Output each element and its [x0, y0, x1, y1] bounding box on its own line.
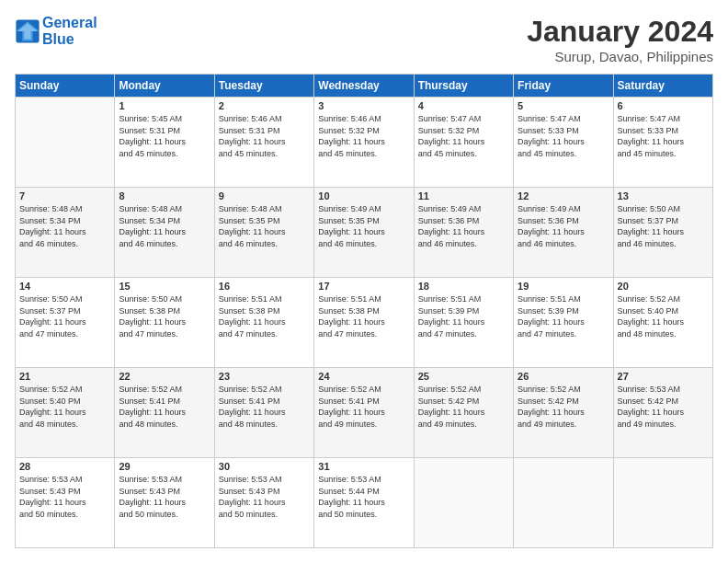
- day-number: 4: [418, 100, 509, 111]
- calendar-cell: [514, 458, 613, 548]
- cell-info: Sunrise: 5:53 AM Sunset: 5:44 PM Dayligh…: [318, 474, 409, 520]
- day-number: 24: [318, 371, 409, 382]
- calendar-cell: [613, 458, 712, 548]
- day-number: 18: [418, 281, 509, 292]
- day-number: 10: [318, 190, 409, 201]
- day-number: 25: [418, 371, 509, 382]
- calendar-cell: 31Sunrise: 5:53 AM Sunset: 5:44 PM Dayli…: [314, 458, 414, 548]
- cell-info: Sunrise: 5:49 AM Sunset: 5:36 PM Dayligh…: [518, 203, 609, 249]
- day-number: 1: [119, 100, 210, 111]
- calendar-week-row: 1Sunrise: 5:45 AM Sunset: 5:31 PM Daylig…: [16, 98, 713, 188]
- day-number: 26: [518, 371, 609, 382]
- day-number: 5: [518, 100, 609, 111]
- day-number: 19: [518, 281, 609, 292]
- calendar-cell: 14Sunrise: 5:50 AM Sunset: 5:37 PM Dayli…: [16, 278, 115, 368]
- cell-info: Sunrise: 5:47 AM Sunset: 5:33 PM Dayligh…: [618, 113, 709, 159]
- col-header-wednesday: Wednesday: [314, 75, 414, 98]
- calendar-cell: 30Sunrise: 5:53 AM Sunset: 5:43 PM Dayli…: [214, 458, 313, 548]
- day-number: 3: [318, 100, 409, 111]
- calendar-cell: 17Sunrise: 5:51 AM Sunset: 5:38 PM Dayli…: [314, 278, 414, 368]
- day-number: 7: [19, 190, 110, 201]
- calendar-cell: 23Sunrise: 5:52 AM Sunset: 5:41 PM Dayli…: [214, 368, 313, 458]
- calendar-cell: 26Sunrise: 5:52 AM Sunset: 5:42 PM Dayli…: [514, 368, 613, 458]
- cell-info: Sunrise: 5:50 AM Sunset: 5:37 PM Dayligh…: [19, 293, 110, 339]
- cell-info: Sunrise: 5:53 AM Sunset: 5:43 PM Dayligh…: [119, 474, 210, 520]
- logo-text: General Blue: [42, 15, 97, 47]
- day-number: 27: [618, 371, 709, 382]
- logo: General Blue: [15, 15, 97, 47]
- cell-info: Sunrise: 5:52 AM Sunset: 5:40 PM Dayligh…: [19, 384, 110, 430]
- day-number: 6: [618, 100, 709, 111]
- day-number: 8: [119, 190, 210, 201]
- calendar-week-row: 28Sunrise: 5:53 AM Sunset: 5:43 PM Dayli…: [16, 458, 713, 548]
- day-number: 21: [19, 371, 110, 382]
- calendar-cell: 20Sunrise: 5:52 AM Sunset: 5:40 PM Dayli…: [613, 278, 712, 368]
- cell-info: Sunrise: 5:50 AM Sunset: 5:37 PM Dayligh…: [618, 203, 709, 249]
- calendar-cell: 25Sunrise: 5:52 AM Sunset: 5:42 PM Dayli…: [414, 368, 513, 458]
- calendar-cell: 8Sunrise: 5:48 AM Sunset: 5:34 PM Daylig…: [115, 188, 214, 278]
- cell-info: Sunrise: 5:51 AM Sunset: 5:38 PM Dayligh…: [219, 293, 310, 339]
- col-header-saturday: Saturday: [613, 75, 712, 98]
- cell-info: Sunrise: 5:48 AM Sunset: 5:34 PM Dayligh…: [119, 203, 210, 249]
- calendar-cell: 24Sunrise: 5:52 AM Sunset: 5:41 PM Dayli…: [314, 368, 414, 458]
- calendar-cell: 22Sunrise: 5:52 AM Sunset: 5:41 PM Dayli…: [115, 368, 214, 458]
- calendar-header-row: SundayMondayTuesdayWednesdayThursdayFrid…: [16, 75, 713, 98]
- calendar-cell: [414, 458, 513, 548]
- cell-info: Sunrise: 5:51 AM Sunset: 5:39 PM Dayligh…: [518, 293, 609, 339]
- day-number: 31: [318, 461, 409, 472]
- calendar-cell: 5Sunrise: 5:47 AM Sunset: 5:33 PM Daylig…: [514, 98, 613, 188]
- day-number: 22: [119, 371, 210, 382]
- cell-info: Sunrise: 5:53 AM Sunset: 5:43 PM Dayligh…: [19, 474, 110, 520]
- calendar-cell: 12Sunrise: 5:49 AM Sunset: 5:36 PM Dayli…: [514, 188, 613, 278]
- day-number: 17: [318, 281, 409, 292]
- cell-info: Sunrise: 5:49 AM Sunset: 5:35 PM Dayligh…: [318, 203, 409, 249]
- cell-info: Sunrise: 5:52 AM Sunset: 5:40 PM Dayligh…: [618, 293, 709, 339]
- cell-info: Sunrise: 5:46 AM Sunset: 5:32 PM Dayligh…: [318, 113, 409, 159]
- cell-info: Sunrise: 5:52 AM Sunset: 5:42 PM Dayligh…: [518, 384, 609, 430]
- calendar-cell: 2Sunrise: 5:46 AM Sunset: 5:31 PM Daylig…: [214, 98, 313, 188]
- col-header-thursday: Thursday: [414, 75, 513, 98]
- calendar-table: SundayMondayTuesdayWednesdayThursdayFrid…: [15, 74, 713, 548]
- col-header-sunday: Sunday: [16, 75, 115, 98]
- calendar-cell: 19Sunrise: 5:51 AM Sunset: 5:39 PM Dayli…: [514, 278, 613, 368]
- calendar-cell: 4Sunrise: 5:47 AM Sunset: 5:32 PM Daylig…: [414, 98, 513, 188]
- col-header-friday: Friday: [514, 75, 613, 98]
- day-number: 15: [119, 281, 210, 292]
- day-number: 2: [219, 100, 310, 111]
- calendar-cell: 6Sunrise: 5:47 AM Sunset: 5:33 PM Daylig…: [613, 98, 712, 188]
- col-header-monday: Monday: [115, 75, 214, 98]
- cell-info: Sunrise: 5:52 AM Sunset: 5:42 PM Dayligh…: [418, 384, 509, 430]
- header: General Blue January 2024 Surup, Davao, …: [15, 15, 713, 64]
- calendar-cell: 15Sunrise: 5:50 AM Sunset: 5:38 PM Dayli…: [115, 278, 214, 368]
- cell-info: Sunrise: 5:52 AM Sunset: 5:41 PM Dayligh…: [219, 384, 310, 430]
- cell-info: Sunrise: 5:52 AM Sunset: 5:41 PM Dayligh…: [119, 384, 210, 430]
- cell-info: Sunrise: 5:47 AM Sunset: 5:32 PM Dayligh…: [418, 113, 509, 159]
- col-header-tuesday: Tuesday: [214, 75, 313, 98]
- calendar-cell: 7Sunrise: 5:48 AM Sunset: 5:34 PM Daylig…: [16, 188, 115, 278]
- calendar-cell: 13Sunrise: 5:50 AM Sunset: 5:37 PM Dayli…: [613, 188, 712, 278]
- calendar-cell: 18Sunrise: 5:51 AM Sunset: 5:39 PM Dayli…: [414, 278, 513, 368]
- cell-info: Sunrise: 5:53 AM Sunset: 5:42 PM Dayligh…: [618, 384, 709, 430]
- page: General Blue January 2024 Surup, Davao, …: [0, 0, 728, 563]
- day-number: 11: [418, 190, 509, 201]
- main-title: January 2024: [527, 15, 713, 49]
- logo-icon: [15, 18, 40, 44]
- cell-info: Sunrise: 5:52 AM Sunset: 5:41 PM Dayligh…: [318, 384, 409, 430]
- day-number: 16: [219, 281, 310, 292]
- cell-info: Sunrise: 5:51 AM Sunset: 5:38 PM Dayligh…: [318, 293, 409, 339]
- calendar-cell: 28Sunrise: 5:53 AM Sunset: 5:43 PM Dayli…: [16, 458, 115, 548]
- calendar-cell: 11Sunrise: 5:49 AM Sunset: 5:36 PM Dayli…: [414, 188, 513, 278]
- cell-info: Sunrise: 5:49 AM Sunset: 5:36 PM Dayligh…: [418, 203, 509, 249]
- calendar-cell: 10Sunrise: 5:49 AM Sunset: 5:35 PM Dayli…: [314, 188, 414, 278]
- day-number: 9: [219, 190, 310, 201]
- calendar-cell: 21Sunrise: 5:52 AM Sunset: 5:40 PM Dayli…: [16, 368, 115, 458]
- calendar-cell: 27Sunrise: 5:53 AM Sunset: 5:42 PM Dayli…: [613, 368, 712, 458]
- day-number: 12: [518, 190, 609, 201]
- calendar-cell: 3Sunrise: 5:46 AM Sunset: 5:32 PM Daylig…: [314, 98, 414, 188]
- day-number: 20: [618, 281, 709, 292]
- cell-info: Sunrise: 5:53 AM Sunset: 5:43 PM Dayligh…: [219, 474, 310, 520]
- cell-info: Sunrise: 5:51 AM Sunset: 5:39 PM Dayligh…: [418, 293, 509, 339]
- calendar-cell: 29Sunrise: 5:53 AM Sunset: 5:43 PM Dayli…: [115, 458, 214, 548]
- calendar-cell: 16Sunrise: 5:51 AM Sunset: 5:38 PM Dayli…: [214, 278, 313, 368]
- calendar-cell: 9Sunrise: 5:48 AM Sunset: 5:35 PM Daylig…: [214, 188, 313, 278]
